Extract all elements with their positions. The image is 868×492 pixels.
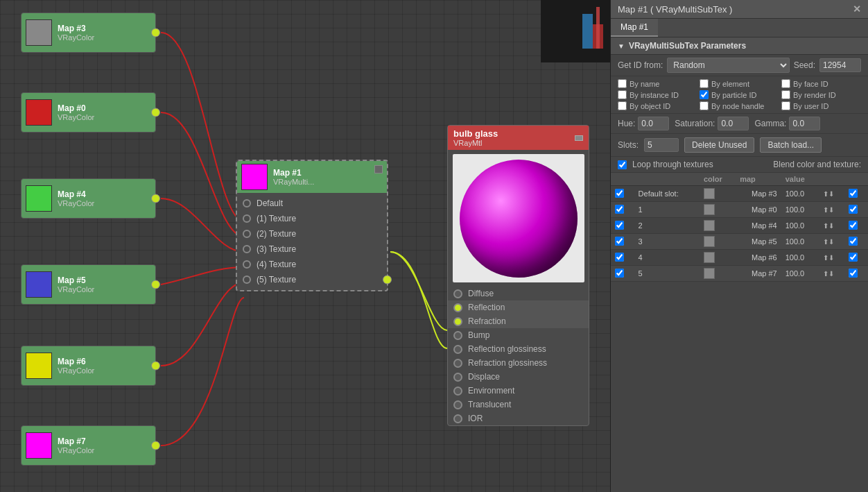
row-spinbtn-2[interactable]: ⬆⬇ <box>819 218 845 234</box>
row-checkmark-3[interactable] <box>844 234 868 250</box>
map4-output[interactable] <box>151 194 160 203</box>
table-row[interactable]: 4 Map #6 100.0 ⬆⬇ <box>611 250 868 266</box>
node-map7[interactable]: Map #7 VRayColor <box>21 425 156 466</box>
table-row[interactable]: 3 Map #5 100.0 ⬆⬇ <box>611 234 868 250</box>
slot-input-4[interactable] <box>243 260 251 269</box>
seed-input[interactable] <box>819 58 861 72</box>
checkbox-by-element[interactable]: By element <box>700 79 779 88</box>
socket-displace-input[interactable] <box>453 373 462 382</box>
slot-input-default[interactable] <box>243 199 251 207</box>
cb-by-object-id[interactable] <box>618 101 627 110</box>
multi-slot-2[interactable]: (2) Texture <box>237 226 387 241</box>
row-check-4[interactable] <box>611 250 634 266</box>
socket-displace[interactable]: Displace <box>448 370 589 384</box>
row-spinbtn-4[interactable]: ⬆⬇ <box>819 250 845 266</box>
gamma-input[interactable] <box>789 117 820 130</box>
socket-refl-gloss-input[interactable] <box>453 345 462 354</box>
table-row[interactable]: 5 Map #7 100.0 ⬆⬇ <box>611 266 868 282</box>
row-map-5[interactable]: Map #7 <box>736 266 781 282</box>
multi-slot-5[interactable]: (5) Texture <box>237 272 387 287</box>
socket-refr-gloss-input[interactable] <box>453 359 462 368</box>
row-check-1[interactable] <box>611 202 634 218</box>
socket-environment[interactable]: Environment <box>448 384 589 398</box>
socket-environment-input[interactable] <box>453 387 462 396</box>
slots-spinbox[interactable] <box>644 138 679 152</box>
loop-checkbox[interactable] <box>618 160 627 169</box>
table-row[interactable]: 1 Map #0 100.0 ⬆⬇ <box>611 202 868 218</box>
cb-by-element[interactable] <box>700 79 709 88</box>
checkbox-by-face-id[interactable]: By face ID <box>781 79 861 88</box>
node-map4[interactable]: Map #4 VRayColor <box>21 178 156 219</box>
row-checkmark-5[interactable] <box>844 266 868 282</box>
socket-ior-input[interactable] <box>453 414 462 423</box>
cb-by-user-id[interactable] <box>781 101 790 110</box>
map5-output[interactable] <box>151 280 160 289</box>
row-spinbtn-1[interactable]: ⬆⬇ <box>819 202 845 218</box>
socket-translucent-input[interactable] <box>453 400 462 409</box>
map6-output[interactable] <box>151 362 160 371</box>
bulb-node-minimize-btn[interactable] <box>575 135 583 141</box>
cb-by-node-handle[interactable] <box>700 101 709 110</box>
multi-slot-4[interactable]: (4) Texture <box>237 257 387 272</box>
slot-input-1[interactable] <box>243 214 251 223</box>
checkbox-by-user-id[interactable]: By user ID <box>781 101 861 110</box>
row-color-5[interactable] <box>700 266 736 282</box>
row-color-1[interactable] <box>700 202 736 218</box>
bulb-node[interactable]: bulb glass VRayMtl Diffuse Reflection Re… <box>447 125 589 426</box>
row-check-0[interactable] <box>611 186 634 202</box>
map0-output[interactable] <box>151 108 160 117</box>
get-id-dropdown[interactable]: Random By name By element <box>667 58 789 73</box>
cb-by-particle-id[interactable] <box>700 90 709 99</box>
socket-refl-gloss[interactable]: Reflection glossiness <box>448 342 589 356</box>
slot-input-5[interactable] <box>243 275 251 284</box>
cb-by-instance-id[interactable] <box>618 90 627 99</box>
delete-unused-btn[interactable]: Delete Unused <box>684 137 754 153</box>
hue-input[interactable] <box>638 117 669 130</box>
multi-node-minimize-btn[interactable] <box>374 165 383 173</box>
row-check-3[interactable] <box>611 234 634 250</box>
cb-by-name[interactable] <box>618 79 627 88</box>
map7-output[interactable] <box>151 441 160 450</box>
cb-by-render-id[interactable] <box>781 90 790 99</box>
row-checkmark-1[interactable] <box>844 202 868 218</box>
row-check-2[interactable] <box>611 218 634 234</box>
multi-slot-1[interactable]: (1) Texture <box>237 211 387 226</box>
row-color-0[interactable] <box>700 186 736 202</box>
socket-diffuse-input[interactable] <box>453 289 462 298</box>
row-spinbtn-3[interactable]: ⬆⬇ <box>819 234 845 250</box>
socket-refraction-input[interactable] <box>453 317 462 326</box>
row-checkmark-4[interactable] <box>844 250 868 266</box>
checkbox-by-particle-id[interactable]: By particle ID <box>700 90 779 99</box>
node-map5[interactable]: Map #5 VRayColor <box>21 264 156 305</box>
row-color-4[interactable] <box>700 250 736 266</box>
socket-bump-input[interactable] <box>453 331 462 340</box>
multi-node[interactable]: Map #1 VRayMulti... Default (1) Texture … <box>236 160 388 291</box>
checkbox-by-object-id[interactable]: By object ID <box>618 101 697 110</box>
socket-reflection[interactable]: Reflection <box>448 300 589 314</box>
socket-reflection-input[interactable] <box>453 303 462 312</box>
multi-slot-default[interactable]: Default <box>237 196 387 211</box>
row-map-0[interactable]: Map #3 <box>736 186 781 202</box>
panel-close-btn[interactable]: ✕ <box>853 3 861 15</box>
node-map3[interactable]: Map #3 VRayColor <box>21 12 156 53</box>
checkbox-by-node-handle[interactable]: By node handle <box>700 101 779 110</box>
saturation-input[interactable] <box>718 117 749 130</box>
cb-by-face-id[interactable] <box>781 79 790 88</box>
checkbox-by-instance-id[interactable]: By instance ID <box>618 90 697 99</box>
checkbox-by-render-id[interactable]: By render ID <box>781 90 861 99</box>
node-map0[interactable]: Map #0 VRayColor <box>21 92 156 133</box>
socket-diffuse[interactable]: Diffuse <box>448 287 589 300</box>
socket-refr-gloss[interactable]: Refraction glossiness <box>448 356 589 370</box>
row-spinbtn-5[interactable]: ⬆⬇ <box>819 266 845 282</box>
slot-input-2[interactable] <box>243 230 251 238</box>
checkbox-by-name[interactable]: By name <box>618 79 697 88</box>
row-checkmark-2[interactable] <box>844 218 868 234</box>
row-map-1[interactable]: Map #0 <box>736 202 781 218</box>
map3-output[interactable] <box>151 28 160 37</box>
row-spinbtn-0[interactable]: ⬆⬇ <box>819 186 845 202</box>
multi-node-output[interactable] <box>383 275 392 285</box>
row-map-4[interactable]: Map #6 <box>736 250 781 266</box>
panel-tab-map1[interactable]: Map #1 <box>611 19 658 37</box>
batch-load-btn[interactable]: Batch load... <box>760 137 822 153</box>
slot-input-3[interactable] <box>243 245 251 253</box>
